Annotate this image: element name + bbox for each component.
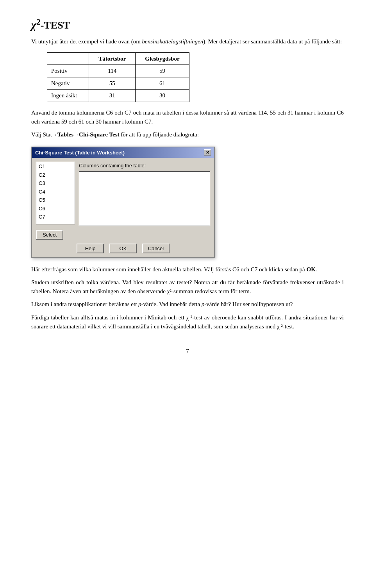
dialog-close-button[interactable]: ✕ [204,149,211,156]
data-table: Tätortsbor Glesbygdsbor Positiv 114 59 N… [47,52,189,102]
arrow-icon-2: → [73,132,79,138]
table-header-col2: Glesbygdsbor [136,52,189,65]
table-header-col1: Tätortsbor [89,52,136,65]
list-item-c1[interactable]: C1 [36,162,75,171]
table-cell-c1-2: 31 [89,90,136,102]
table-cell-c2-1: 61 [136,77,189,90]
para6-end: -värde här? Hur ser nollhypotesen ut? [204,301,293,307]
select-button[interactable]: Select [36,230,63,240]
table-cell-c1-1: 55 [89,77,136,90]
para3-tables: Tables [57,131,73,138]
paragraph-3: Välj Stat→Tables→Chi-Square Test för att… [31,130,344,139]
list-item-c3[interactable]: C3 [36,179,75,188]
paragraph-1: Vi utnyttjar åter det exempel vi hade ov… [31,37,344,46]
list-item-c2[interactable]: C2 [36,171,75,179]
dialog-title: Chi-Square Test (Table in Worksheet) [35,149,125,157]
table-cell-label-2: Ingen åsikt [47,90,89,102]
table-header-col0 [47,52,89,65]
dialog-col-box[interactable] [79,171,210,226]
paragraph-7: Färdiga tabeller kan alltså matas in i k… [31,313,344,332]
table-cell-label-1: Negativ [47,77,89,90]
cancel-button[interactable]: Cancel [142,244,170,253]
table-row: Negativ 55 61 [47,77,189,90]
para1-text: Vi utnyttjar åter det exempel vi hade ov… [31,38,142,45]
table-row: Ingen åsikt 31 30 [47,90,189,102]
data-table-wrapper: Tätortsbor Glesbygdsbor Positiv 114 59 N… [47,52,344,102]
table-cell-label-0: Positiv [47,65,89,77]
list-item-c4[interactable]: C4 [36,188,75,196]
dialog-titlebar: Chi-Square Test (Table in Worksheet) ✕ [32,147,214,158]
dialog-col-panel: Columns containing the table: [79,162,210,226]
table-row: Positiv 114 59 [47,65,189,77]
page-number: 7 [31,347,344,356]
para4-end: . [316,266,317,272]
list-item-c7[interactable]: C7 [36,213,75,221]
help-button[interactable]: Help [77,244,104,253]
dialog-box: Chi-Square Test (Table in Worksheet) ✕ C… [31,147,215,258]
dialog-select-btn-row: Select [36,230,210,240]
para6-text: Liksom i andra testapplikationer beräkna… [31,301,138,307]
table-cell-c1-0: 114 [89,65,136,77]
para1-end: ). Mer detaljerat ser sammanställda data… [203,38,342,45]
chi-symbol: χ [31,19,36,31]
para4-text: Här efterfrågas som vilka kolumner som i… [31,266,307,272]
dialog-body: C1 C2 C3 C4 C5 C6 C7 Columns containing … [32,158,214,257]
table-cell-c2-2: 30 [136,90,189,102]
para4-bold: OK [307,266,316,272]
page-title: χ2-TEST [31,16,344,33]
dialog-bottom-buttons: Help OK Cancel [36,244,210,253]
title-rest: -TEST [41,20,70,31]
table-header-row: Tätortsbor Glesbygdsbor [47,52,189,65]
dialog-bottom-area: Select Help OK Cancel [36,230,210,253]
dialog-container: Chi-Square Test (Table in Worksheet) ✕ C… [31,147,344,258]
para6-italic: p [138,301,141,307]
list-item-c5[interactable]: C5 [36,196,75,204]
table-cell-c2-0: 59 [136,65,189,77]
para3-chi: Chi-Square Test [79,131,120,138]
superscript-2: 2 [36,17,41,27]
para6-mid: -värde. Vad innebär detta [141,301,202,307]
paragraph-5: Studera utskriften och tolka värdena. Va… [31,278,344,296]
dialog-column-list[interactable]: C1 C2 C3 C4 C5 C6 C7 [36,162,75,224]
list-item-c6[interactable]: C6 [36,204,75,213]
para1-italic: bensinskattelagstiftningen [142,38,204,45]
dialog-inner: C1 C2 C3 C4 C5 C6 C7 Columns containing … [36,162,210,226]
paragraph-4: Här efterfrågas som vilka kolumner som i… [31,265,344,274]
dialog-col-label: Columns containing the table: [79,162,210,170]
para3-pre: Välj Stat [31,131,52,138]
para3-post: för att få upp följande dialogruta: [120,131,199,138]
paragraph-6: Liksom i andra testapplikationer beräkna… [31,300,344,309]
ok-button[interactable]: OK [109,244,137,253]
paragraph-2: Använd de tomma kolumnerna C6 och C7 och… [31,108,344,127]
arrow-icon-1: → [52,132,57,138]
